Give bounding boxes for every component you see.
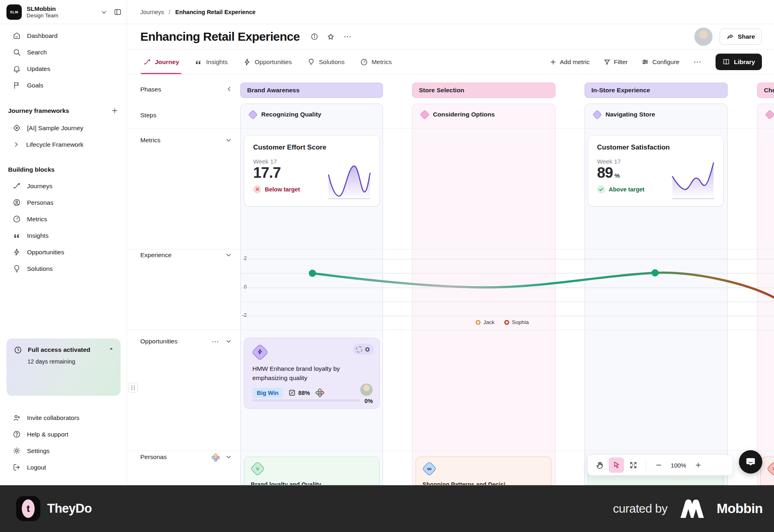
tab-insights[interactable]: Insights (194, 50, 227, 74)
persona-card[interactable]: Shopping Patterns and Decisi (416, 457, 551, 485)
fit-view-button[interactable] (626, 457, 641, 473)
section-title: Journey frameworks (8, 107, 69, 114)
sidebar-item-settings[interactable]: Settings (0, 443, 127, 459)
collapse-rail-icon[interactable] (226, 85, 233, 93)
step-label: Considering Options (433, 111, 495, 118)
sidebar-item-label: Search (27, 49, 47, 56)
tab-opportunities[interactable]: Opportunities (243, 50, 292, 74)
configure-button[interactable]: Configure (641, 58, 679, 66)
sidebar-item-updates[interactable]: Updates (0, 60, 127, 77)
metric-card-customer-effort-score[interactable]: Customer Effort Score Week 17 17.7 Below… (244, 135, 380, 206)
sidebar-item-label: Journeys (27, 183, 52, 190)
star-icon[interactable] (327, 33, 335, 41)
sidebar-item-ai-sample-journey[interactable]: [AI] Sample Journey (0, 120, 127, 136)
phase-label: In-Store Experience (591, 87, 650, 94)
lightbulb-icon (307, 58, 315, 66)
title-row: Enhancing Retail Experience Share (127, 24, 774, 50)
chevron-down-icon[interactable] (225, 453, 232, 461)
workspace-header[interactable]: SLM SLMobbin Design Team (0, 0, 127, 24)
persona-card-cut[interactable] (760, 457, 774, 485)
sidebar-item-label: Settings (27, 447, 50, 455)
sidebar-item-insights[interactable]: Insights (0, 227, 127, 244)
sidebar-item-logout[interactable]: Logout (0, 459, 127, 476)
quote-icon (194, 58, 202, 66)
phase-brand-awareness[interactable]: Brand Awareness (240, 83, 383, 98)
filter-button[interactable]: Filter (603, 58, 628, 66)
home-icon (12, 31, 21, 40)
share-icon (726, 33, 734, 41)
x-icon (253, 185, 261, 193)
info-icon[interactable] (310, 33, 318, 41)
rail-opportunities: Opportunities (140, 338, 177, 345)
tab-label: Insights (206, 58, 227, 66)
zoom-out-button[interactable] (651, 457, 666, 473)
sidebar-item-metrics[interactable]: Metrics (0, 211, 127, 227)
drag-handle[interactable] (128, 383, 138, 393)
legend-label: Sophia (512, 319, 529, 325)
legend-jack[interactable]: Jack (476, 319, 495, 325)
breadcrumb-separator: / (169, 9, 171, 15)
chevron-down-icon[interactable] (100, 8, 108, 16)
select-tool-button[interactable] (609, 457, 624, 473)
opportunity-badge: O (365, 346, 370, 353)
phase-in-store-experience[interactable]: In-Store Experience (585, 83, 728, 98)
collapse-sidebar-icon[interactable] (114, 8, 122, 16)
sidebar-item-personas[interactable]: Personas (0, 194, 127, 211)
sidebar-item-invite[interactable]: Invite collaborators (0, 409, 127, 426)
sidebar-item-label: Updates (27, 65, 50, 73)
share-button[interactable]: Share (720, 29, 762, 45)
dotted-circle-icon (356, 346, 362, 353)
tab-solutions[interactable]: Solutions (307, 50, 345, 74)
sidebar-footer-nav: Invite collaborators Help & support Sett… (0, 409, 127, 476)
tab-journey[interactable]: Journey (143, 50, 179, 74)
configure-label: Configure (652, 58, 679, 66)
step-header[interactable]: Navigating Store (585, 104, 727, 125)
persona-name: Shopping Patterns and Decisi (422, 481, 505, 485)
sidebar-item-lifecycle-framework[interactable]: Lifecycle Framework (0, 136, 127, 153)
journey-icon (12, 182, 21, 190)
step-header[interactable]: Recognizing Quality (241, 104, 383, 125)
pan-tool-button[interactable] (592, 457, 607, 473)
step-header[interactable]: Considering Options (412, 104, 555, 125)
sidebar-item-dashboard[interactable]: Dashboard (0, 27, 127, 44)
opportunity-card[interactable]: O HMW Enhance brand loyalty by emphasizi… (244, 338, 380, 409)
library-button[interactable]: Library (716, 54, 762, 70)
breadcrumb-journeys[interactable]: Journeys (140, 9, 164, 15)
add-framework-icon[interactable] (111, 107, 119, 114)
chevron-down-icon[interactable] (225, 137, 232, 144)
step-header[interactable] (757, 104, 774, 125)
persona-card[interactable]: Brand loyalty and Quality (244, 457, 380, 485)
legend-label: Jack (483, 319, 495, 325)
zoom-in-button[interactable] (691, 457, 706, 473)
sidebar-item-opportunities[interactable]: Opportunities (0, 244, 127, 260)
avatar[interactable] (694, 27, 713, 46)
phase-store-selection[interactable]: Store Selection (412, 83, 556, 98)
legend-sophia[interactable]: Sophia (504, 319, 529, 325)
ai-diamond-icon (12, 124, 21, 132)
workspace-name: SLMobbin (27, 5, 100, 12)
zoom-level[interactable]: 100% (668, 462, 689, 469)
more-icon[interactable] (343, 32, 352, 41)
phase-cut[interactable]: Che (757, 83, 774, 98)
sidebar-item-search[interactable]: Search (0, 44, 127, 60)
opportunity-status-pill[interactable]: O (353, 344, 374, 355)
lightning-icon (12, 248, 21, 256)
mobbin-wordmark: Mobbin (717, 501, 763, 516)
row-more-icon[interactable] (211, 338, 219, 346)
sidebar-item-journeys[interactable]: Journeys (0, 178, 127, 194)
metric-card-customer-satisfaction[interactable]: Customer Satisfaction Week 17 89 % Above… (588, 135, 724, 206)
toolbar-more-icon[interactable] (693, 58, 702, 66)
caret-up-icon[interactable] (108, 346, 114, 354)
sidebar-item-help[interactable]: Help & support (0, 426, 127, 443)
progress-value: 0% (364, 398, 373, 404)
row-divider (127, 249, 774, 249)
sidebar-item-solutions[interactable]: Solutions (0, 260, 127, 277)
trial-banner[interactable]: Full access activated 12 days remaining (6, 339, 121, 396)
sidebar-item-goals[interactable]: Goals (0, 77, 127, 94)
persona-cluster-icon (211, 453, 220, 462)
step-diamond-icon (592, 110, 602, 119)
tab-metrics[interactable]: Metrics (360, 50, 392, 74)
add-metric-button[interactable]: Add metric (549, 58, 590, 66)
chat-widget-button[interactable] (739, 450, 762, 474)
chevron-down-icon[interactable] (225, 338, 232, 345)
